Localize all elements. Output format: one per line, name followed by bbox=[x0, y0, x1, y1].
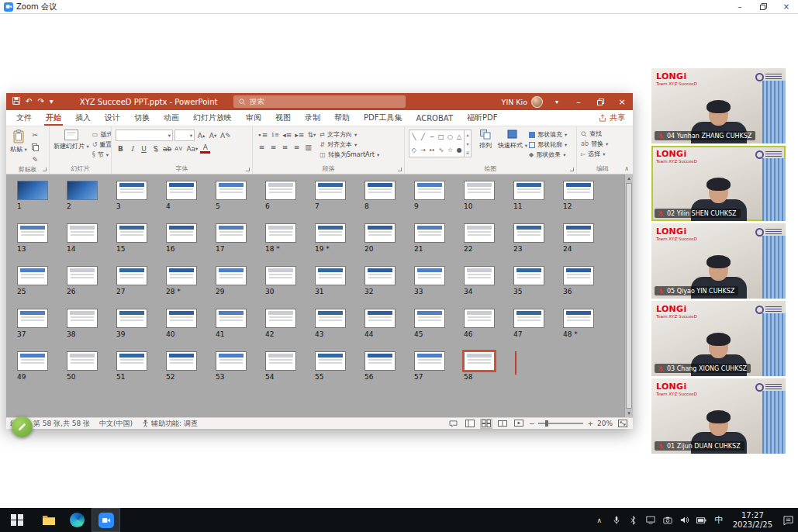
font-dialog-launcher-icon[interactable] bbox=[246, 168, 250, 171]
zoom-restore-button[interactable] bbox=[751, 0, 775, 13]
replace-button[interactable]: ab替换▾ bbox=[581, 140, 608, 148]
bullets-icon[interactable]: ∙≡ bbox=[257, 130, 268, 140]
tab-acrobat[interactable]: ACROBAT bbox=[409, 110, 460, 126]
slide-thumbnail-58[interactable] bbox=[464, 351, 495, 371]
slide-thumbnail-34[interactable] bbox=[464, 266, 495, 285]
shape-effects-button[interactable]: ◆形状效果▾ bbox=[529, 150, 567, 159]
slide-thumbnail-6[interactable] bbox=[265, 181, 296, 200]
participant-video-4[interactable]: LONGiTeam XYZ SucceeD 03 Chang XIONG CUH… bbox=[651, 301, 786, 376]
align-text-button[interactable]: ⇵对齐文本▾ bbox=[320, 140, 379, 149]
scrollbar-thumb[interactable] bbox=[626, 183, 632, 409]
fit-to-window-icon[interactable] bbox=[617, 419, 629, 429]
share-button[interactable]: 共享 bbox=[599, 110, 633, 126]
slide-thumbnail-19[interactable] bbox=[315, 223, 346, 243]
slide-thumbnail-49[interactable] bbox=[17, 351, 48, 371]
format-painter-icon[interactable]: ✎ bbox=[30, 154, 40, 164]
columns-icon[interactable]: ▥ bbox=[303, 142, 313, 152]
align-center-icon[interactable]: ≡ bbox=[268, 142, 278, 152]
accessibility-status[interactable]: 辅助功能: 调查 bbox=[142, 419, 198, 429]
strikethrough-icon[interactable]: ab bbox=[162, 143, 172, 154]
font-name-combo[interactable]: ▾ bbox=[116, 130, 173, 141]
slide-thumbnail-9[interactable] bbox=[414, 181, 445, 200]
increase-font-icon[interactable]: A▴ bbox=[196, 130, 206, 140]
qat-customize-icon[interactable]: ▾ bbox=[50, 98, 54, 105]
vertical-scrollbar[interactable]: ▴ ▾ bbox=[624, 174, 633, 417]
select-button[interactable]: ▻选择▾ bbox=[581, 150, 605, 158]
slide-thumbnail-8[interactable] bbox=[364, 181, 396, 200]
reading-view-button[interactable] bbox=[496, 419, 509, 429]
slide-thumbnail-2[interactable] bbox=[67, 181, 98, 200]
slide-thumbnail-13[interactable] bbox=[17, 223, 48, 243]
battery-icon[interactable] bbox=[693, 508, 710, 532]
tab-review[interactable]: 审阅 bbox=[239, 110, 268, 126]
mic-tray-icon[interactable] bbox=[608, 508, 625, 532]
paste-button[interactable]: 粘贴 ▾ bbox=[10, 130, 27, 154]
slide-thumbnail-46[interactable] bbox=[464, 309, 495, 328]
zoom-taskbar-button[interactable] bbox=[92, 508, 120, 532]
slide-thumbnail-15[interactable] bbox=[116, 223, 147, 243]
slide-thumbnail-18[interactable] bbox=[265, 223, 296, 243]
slide-thumbnail-5[interactable] bbox=[216, 181, 247, 200]
tab-pdf-tools[interactable]: PDF工具集 bbox=[357, 110, 409, 126]
tab-record[interactable]: 录制 bbox=[298, 110, 327, 126]
slide-thumbnail-25[interactable] bbox=[17, 266, 48, 285]
ime-indicator[interactable]: 中 bbox=[710, 508, 727, 532]
clear-format-icon[interactable]: A✎ bbox=[219, 130, 232, 140]
align-left-icon[interactable]: ≡ bbox=[257, 142, 267, 152]
notes-icon[interactable] bbox=[447, 419, 460, 429]
section-button[interactable]: §节▾ bbox=[92, 150, 112, 159]
slide-thumbnail-36[interactable] bbox=[563, 266, 594, 285]
camera-tray-icon[interactable] bbox=[659, 508, 676, 532]
slide-thumbnail-42[interactable] bbox=[265, 309, 296, 328]
slide-thumbnail-17[interactable] bbox=[216, 223, 247, 243]
slide-thumbnail-26[interactable] bbox=[67, 266, 98, 285]
slide-thumbnail-24[interactable] bbox=[563, 223, 594, 243]
language-indicator[interactable]: 中文(中国) bbox=[99, 419, 133, 429]
slide-thumbnail-53[interactable] bbox=[216, 351, 247, 371]
slide-thumbnail-52[interactable] bbox=[166, 351, 197, 371]
shape-outline-button[interactable]: 形状轮廓▾ bbox=[529, 140, 567, 149]
account-area[interactable]: YIN Kio bbox=[502, 96, 543, 108]
quick-styles-button[interactable]: 快速样式 ▾ bbox=[499, 130, 526, 150]
zoom-out-icon[interactable]: − bbox=[529, 420, 535, 427]
reset-button[interactable]: ↺重置 bbox=[92, 140, 112, 149]
character-spacing-icon[interactable]: AV bbox=[174, 143, 184, 154]
file-explorer-button[interactable] bbox=[34, 508, 63, 532]
cut-icon[interactable]: ✂ bbox=[30, 130, 40, 140]
slide-thumbnail-1[interactable] bbox=[17, 181, 48, 200]
slide-thumbnail-12[interactable] bbox=[563, 181, 594, 200]
slide-thumbnail-21[interactable] bbox=[414, 223, 445, 243]
tab-file[interactable]: 文件 bbox=[9, 110, 39, 126]
tab-slideshow[interactable]: 幻灯片放映 bbox=[186, 110, 239, 126]
slide-thumbnail-23[interactable] bbox=[513, 223, 544, 243]
slide-thumbnail-33[interactable] bbox=[414, 266, 445, 285]
slide-thumbnail-57[interactable] bbox=[414, 351, 445, 371]
slide-thumbnail-27[interactable] bbox=[116, 266, 147, 285]
new-slide-button[interactable]: 新建幻灯片 ▾ bbox=[54, 130, 89, 150]
numbering-icon[interactable]: 1≡ bbox=[270, 130, 280, 140]
slideshow-view-button[interactable] bbox=[513, 419, 525, 429]
increase-indent-icon[interactable]: ▸≡ bbox=[294, 130, 305, 140]
tab-foxit-pdf[interactable]: 福昕PDF bbox=[460, 110, 504, 126]
tab-home[interactable]: 开始 bbox=[39, 110, 68, 126]
slide-thumbnail-32[interactable] bbox=[364, 266, 396, 285]
network-icon[interactable] bbox=[642, 508, 659, 532]
slide-thumbnail-44[interactable] bbox=[364, 309, 396, 328]
font-color-icon[interactable]: A bbox=[200, 143, 210, 154]
slide-thumbnail-43[interactable] bbox=[315, 309, 346, 328]
slide-thumbnail-55[interactable] bbox=[315, 351, 346, 371]
participant-video-1[interactable]: LONGiTeam XYZ SucceeD 04 Yunhan ZHANG CU… bbox=[651, 68, 786, 143]
slide-thumbnail-29[interactable] bbox=[216, 266, 247, 285]
zoom-percent[interactable]: 20% bbox=[597, 420, 613, 427]
slide-thumbnail-30[interactable] bbox=[265, 266, 296, 285]
bold-icon[interactable]: B bbox=[116, 143, 126, 154]
ppt-minimize-button[interactable]: – bbox=[568, 93, 589, 110]
slide-thumbnail-51[interactable] bbox=[116, 351, 147, 371]
shape-fill-button[interactable]: 形状填充▾ bbox=[529, 130, 567, 139]
slide-thumbnail-50[interactable] bbox=[67, 351, 98, 371]
italic-icon[interactable]: I bbox=[127, 143, 137, 154]
slide-thumbnail-54[interactable] bbox=[265, 351, 296, 371]
decrease-font-icon[interactable]: A▾ bbox=[208, 130, 218, 140]
slide-thumbnail-4[interactable] bbox=[166, 181, 197, 200]
ppt-close-button[interactable]: × bbox=[611, 93, 633, 110]
